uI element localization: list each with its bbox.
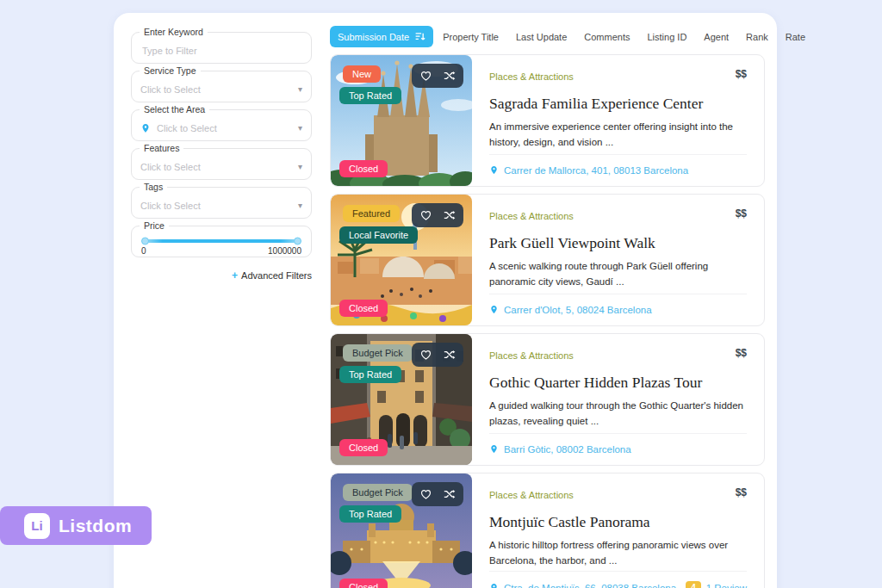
- status-badge: Budget Pick: [343, 344, 413, 362]
- listing-category[interactable]: Places & Attractions: [489, 71, 574, 82]
- tab-rank[interactable]: Rank: [738, 27, 776, 47]
- shuffle-icon[interactable]: [443, 488, 456, 500]
- listing-address[interactable]: Carrer de Mallorca, 401, 08013 Barcelona: [504, 165, 747, 176]
- heart-icon[interactable]: [419, 488, 432, 500]
- listing-address[interactable]: Ctra. de Montjuïc, 66, 08038 Barcelona: [504, 583, 680, 588]
- listdom-logo: Li Listdom: [0, 506, 152, 545]
- listing-photo[interactable]: Budget Pick Top Rated Closed: [331, 473, 472, 588]
- pin-icon: [489, 582, 499, 588]
- listing-address-row: Ctra. de Montjuïc, 66, 08038 Barcelona 4…: [489, 571, 747, 588]
- listing-photo[interactable]: New Top Rated Closed: [331, 55, 472, 186]
- listings-main: Submission Date Property Title Last Upda…: [330, 26, 765, 588]
- status-badge: Top Rated: [339, 505, 401, 523]
- price-level: $$: [736, 347, 747, 359]
- tab-last-update[interactable]: Last Update: [508, 27, 575, 47]
- closed-badge: Closed: [339, 160, 388, 177]
- listing-category[interactable]: Places & Attractions: [489, 211, 574, 221]
- listing-address-row: Barri Gòtic, 08002 Barcelona: [489, 433, 747, 455]
- review-count-link[interactable]: 1 Review: [706, 583, 747, 588]
- listing-description: A guided walking tour through the Gothic…: [489, 399, 747, 430]
- listing-description: A historic hilltop fortress offering pan…: [489, 538, 747, 569]
- tab-property-title[interactable]: Property Title: [435, 27, 506, 47]
- listing-card[interactable]: Featured Local Favorite Closed Plac: [330, 194, 765, 326]
- tags-filter: Tags Click to Select ▾: [131, 187, 312, 219]
- listing-address-row: Carrer de Mallorca, 401, 08013 Barcelona: [489, 154, 747, 176]
- pin-icon: [489, 164, 499, 176]
- area-label: Select the Area: [140, 104, 209, 115]
- tags-label: Tags: [140, 182, 167, 192]
- heart-icon[interactable]: [419, 349, 432, 361]
- status-badge: Featured: [343, 205, 400, 222]
- tab-listing-id[interactable]: Listing ID: [639, 27, 694, 47]
- status-badge: New: [343, 65, 381, 83]
- tab-rate[interactable]: Rate: [778, 27, 813, 47]
- advanced-filters-label: Advanced Filters: [241, 270, 312, 281]
- listing-title[interactable]: Montjuïc Castle Panorama: [489, 513, 747, 531]
- listing-address[interactable]: Barri Gòtic, 08002 Barcelona: [504, 444, 747, 455]
- listing-details: Places & Attractions $$ Park Güell Viewp…: [472, 195, 764, 325]
- tab-submission-date[interactable]: Submission Date: [330, 26, 433, 47]
- features-select[interactable]: Click to Select ▾: [140, 162, 302, 172]
- listing-rating: 4 1 Review: [686, 581, 747, 588]
- shuffle-icon[interactable]: [443, 209, 456, 221]
- content-panel: Enter Keyword Service Type Click to Sele…: [114, 13, 777, 588]
- price-min-value: 0: [141, 246, 146, 256]
- status-badge: Top Rated: [339, 366, 401, 383]
- service-type-select[interactable]: Click to Select ▾: [140, 84, 302, 95]
- status-badge: Local Favorite: [339, 226, 418, 244]
- area-placeholder: Click to Select: [157, 123, 292, 133]
- price-slider: 0 1000000: [140, 235, 302, 256]
- listing-category[interactable]: Places & Attractions: [489, 350, 574, 361]
- listing-title[interactable]: Gothic Quarter Hidden Plazas Tour: [489, 374, 747, 392]
- listing-details: Places & Attractions $$ Montjuïc Castle …: [472, 473, 764, 588]
- shuffle-icon[interactable]: [443, 70, 456, 82]
- caret-down-icon: ▾: [298, 84, 302, 94]
- closed-badge: Closed: [339, 439, 388, 456]
- filter-sidebar: Enter Keyword Service Type Click to Sele…: [131, 32, 312, 282]
- advanced-filters-link[interactable]: +Advanced Filters: [131, 269, 312, 282]
- listing-description: An immersive experience center offering …: [489, 120, 747, 151]
- listing-card[interactable]: Budget Pick Top Rated Closed Places: [330, 473, 765, 588]
- tab-comments[interactable]: Comments: [576, 27, 637, 47]
- status-badge: Top Rated: [339, 87, 401, 104]
- price-max-handle[interactable]: [294, 237, 301, 244]
- area-select[interactable]: Click to Select ▾: [140, 122, 302, 134]
- rating-badge: 4: [686, 581, 701, 588]
- price-filter: Price 0 1000000: [131, 226, 312, 257]
- listing-photo[interactable]: Budget Pick Top Rated Closed: [331, 334, 472, 465]
- status-badge: Budget Pick: [343, 484, 413, 501]
- price-slider-track[interactable]: [144, 239, 299, 243]
- tags-select[interactable]: Click to Select ▾: [140, 201, 302, 211]
- listing-title[interactable]: Sagrada Familia Experience Center: [489, 95, 747, 113]
- features-filter: Features Click to Select ▾: [131, 148, 312, 180]
- features-label: Features: [140, 143, 183, 153]
- listing-address[interactable]: Carrer d'Olot, 5, 08024 Barcelona: [504, 305, 747, 315]
- tags-placeholder: Click to Select: [140, 201, 292, 211]
- shuffle-icon[interactable]: [443, 349, 456, 361]
- listing-category[interactable]: Places & Attractions: [489, 490, 574, 500]
- card-actions: [412, 64, 463, 88]
- tab-agent[interactable]: Agent: [696, 27, 736, 47]
- listing-card[interactable]: New Top Rated Closed Places & Attra: [330, 54, 765, 187]
- price-label: Price: [140, 220, 169, 231]
- price-level: $$: [736, 68, 747, 80]
- listing-photo[interactable]: Featured Local Favorite Closed: [331, 195, 472, 325]
- listing-card[interactable]: Budget Pick Top Rated Closed Places: [330, 333, 765, 466]
- heart-icon[interactable]: [419, 70, 432, 82]
- caret-down-icon: ▾: [298, 162, 302, 171]
- keyword-input[interactable]: [140, 45, 302, 57]
- price-level: $$: [736, 486, 747, 498]
- listing-address-row: Carrer d'Olot, 5, 08024 Barcelona: [489, 294, 747, 315]
- caret-down-icon: ▾: [298, 201, 302, 210]
- price-min-handle[interactable]: [141, 237, 149, 244]
- features-placeholder: Click to Select: [140, 162, 292, 172]
- closed-badge: Closed: [339, 579, 388, 588]
- service-type-placeholder: Click to Select: [140, 84, 292, 95]
- area-filter: Select the Area Click to Select ▾: [131, 109, 312, 141]
- heart-icon[interactable]: [419, 209, 432, 221]
- service-type-label: Service Type: [140, 65, 201, 76]
- service-type-filter: Service Type Click to Select ▾: [131, 71, 312, 102]
- listing-title[interactable]: Park Güell Viewpoint Walk: [489, 234, 747, 252]
- listdom-logo-icon: Li: [24, 513, 50, 539]
- price-max-value: 1000000: [268, 246, 301, 256]
